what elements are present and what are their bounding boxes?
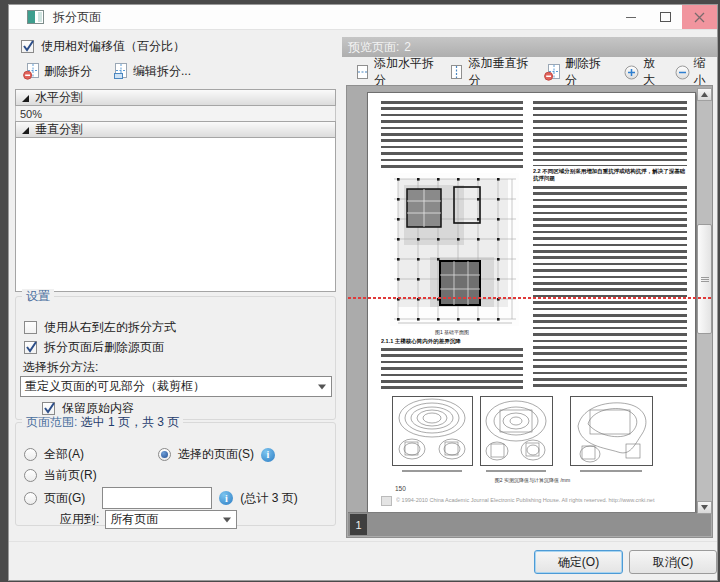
horizontal-split-item[interactable]: 50% bbox=[15, 106, 336, 122]
delete-source-row: 拆分页面后删除源页面 bbox=[24, 339, 164, 356]
info-icon[interactable]: i bbox=[261, 448, 275, 462]
relative-offset-checkbox[interactable] bbox=[21, 40, 34, 53]
preview-viewport[interactable]: 图1 基础平面图 2.1.1 主楼核心筒内外的差异沉降 2.2 不同区域分别采用… bbox=[346, 85, 713, 538]
contour-caption-text bbox=[580, 470, 642, 473]
split-pages-dialog: 拆分页面 使用相对偏移值（百分比） bbox=[8, 4, 718, 581]
arrow-up-icon bbox=[701, 92, 708, 97]
edit-split-button[interactable]: 编辑拆分... bbox=[106, 59, 197, 84]
relative-offset-row: 使用相对偏移值（百分比） bbox=[21, 38, 185, 55]
range-pages-row: 页面(G) i (总计 3 页) bbox=[24, 487, 298, 509]
preview-scrollbar[interactable] bbox=[697, 88, 712, 514]
cancel-button[interactable]: 取消(C) bbox=[629, 550, 717, 574]
preview-delete-split-label: 删除拆分 bbox=[565, 55, 607, 89]
pages-input[interactable] bbox=[102, 487, 212, 509]
zoom-in-icon bbox=[624, 65, 639, 80]
titlebar[interactable]: 拆分页面 bbox=[9, 5, 717, 30]
expander-triangle-icon bbox=[20, 93, 30, 103]
apply-to-label: 应用到: bbox=[60, 511, 99, 528]
scroll-down-button[interactable] bbox=[697, 501, 712, 514]
dialog-footer: 确定(O) 取消(C) bbox=[9, 541, 717, 582]
relative-offset-label: 使用相对偏移值（百分比） bbox=[41, 38, 185, 55]
section-heading: 2.2 不同区域分别采用增加自重抗浮或结构抗浮，解决了深基础抗浮问题 bbox=[533, 168, 687, 183]
horizontal-split-expander[interactable]: 水平分割 bbox=[15, 89, 336, 106]
paragraph-text bbox=[381, 101, 523, 171]
delete-split-label: 删除拆分 bbox=[44, 63, 92, 80]
maximize-icon bbox=[660, 12, 671, 22]
scrollbar-thumb[interactable] bbox=[697, 224, 712, 334]
window-controls bbox=[614, 5, 717, 29]
document-page: 图1 基础平面图 2.1.1 主楼核心筒内外的差异沉降 2.2 不同区域分别采用… bbox=[367, 92, 696, 514]
figure1-caption: 图1 基础平面图 bbox=[381, 329, 523, 335]
maximize-button[interactable] bbox=[648, 5, 682, 29]
close-button[interactable] bbox=[682, 5, 717, 29]
ok-button[interactable]: 确定(O) bbox=[534, 550, 623, 574]
split-list: 水平分割 50% 垂直分割 bbox=[15, 89, 336, 292]
range-current-label: 当前页(R) bbox=[44, 467, 97, 484]
chevron-down-icon bbox=[318, 384, 326, 389]
add-vertical-split-icon bbox=[449, 65, 464, 80]
subsection-heading: 2.1.1 主楼核心筒内外的差异沉降 bbox=[381, 338, 523, 345]
rtl-split-row: 使用从右到左的拆分方式 bbox=[24, 319, 176, 336]
page-thumbnail-badge[interactable]: 1 bbox=[350, 514, 367, 535]
check-icon bbox=[42, 401, 57, 416]
delete-split-icon bbox=[23, 63, 40, 80]
paragraph-text bbox=[381, 348, 523, 391]
close-icon bbox=[694, 12, 705, 23]
expander-triangle-icon bbox=[20, 125, 30, 135]
minimize-button[interactable] bbox=[614, 5, 648, 29]
check-icon bbox=[21, 39, 36, 54]
cnki-logo-icon bbox=[381, 496, 392, 506]
paragraph-text bbox=[533, 186, 687, 391]
horizontal-split-line[interactable] bbox=[348, 297, 712, 299]
vertical-split-expander[interactable]: 垂直分割 bbox=[15, 121, 336, 138]
rtl-split-label: 使用从右到左的拆分方式 bbox=[44, 319, 176, 336]
delete-split-button[interactable]: 删除拆分 bbox=[17, 59, 98, 84]
page-range-summary: 选中 1 页，共 3 页 bbox=[81, 415, 180, 429]
range-current-radio[interactable] bbox=[24, 469, 37, 482]
delete-split-icon bbox=[544, 64, 561, 81]
scrollbar-grip-icon bbox=[701, 277, 709, 282]
total-pages-label: (总计 3 页) bbox=[240, 490, 297, 507]
desktop-background: 拆分页面 使用相对偏移值（百分比） bbox=[0, 0, 720, 582]
keep-original-checkbox[interactable] bbox=[42, 402, 55, 415]
split-method-value: 重定义页面的可见部分（裁剪框） bbox=[25, 378, 205, 395]
info-icon[interactable]: i bbox=[219, 491, 233, 505]
minimize-icon bbox=[626, 17, 636, 18]
scroll-up-button[interactable] bbox=[697, 88, 712, 101]
apply-to-select[interactable]: 所有页面 bbox=[105, 510, 237, 529]
delete-source-label: 拆分页面后删除源页面 bbox=[44, 339, 164, 356]
range-all-radio[interactable] bbox=[24, 448, 37, 461]
floor-plan-figure bbox=[390, 173, 519, 326]
delete-source-checkbox[interactable] bbox=[24, 341, 37, 354]
contour-caption-text bbox=[402, 470, 462, 473]
settings-group-label: 设置 bbox=[22, 289, 54, 304]
preview-page-strip: 1 bbox=[348, 512, 711, 536]
vertical-split-empty-list[interactable] bbox=[15, 138, 336, 292]
paragraph-text bbox=[533, 101, 687, 166]
range-all-label: 全部(A) bbox=[44, 446, 84, 463]
range-selected-row: 选择的页面(S) i bbox=[158, 446, 275, 463]
range-selected-radio[interactable] bbox=[158, 448, 171, 461]
split-method-label: 选择拆分方法: bbox=[23, 359, 98, 376]
vertical-split-header-label: 垂直分割 bbox=[35, 121, 83, 138]
page-range-group-label: 页面范围: 选中 1 页，共 3 页 bbox=[22, 415, 183, 430]
range-pages-radio[interactable] bbox=[24, 492, 37, 505]
arrow-down-icon bbox=[701, 505, 708, 510]
split-method-select[interactable]: 重定义页面的可见部分（裁剪框） bbox=[20, 376, 332, 397]
preview-page-number: 2 bbox=[404, 40, 411, 54]
chevron-down-icon bbox=[223, 517, 231, 522]
dialog-title: 拆分页面 bbox=[53, 9, 101, 26]
zoom-out-label: 缩小 bbox=[694, 55, 714, 89]
rtl-split-checkbox[interactable] bbox=[24, 321, 37, 334]
split-page-app-icon bbox=[27, 10, 44, 24]
copyright-line: © 1994-2010 China Academic Journal Elect… bbox=[396, 497, 686, 504]
page-range-header: 页面范围: bbox=[26, 415, 77, 429]
range-current-row: 当前页(R) bbox=[24, 467, 97, 484]
range-pages-label: 页面(G) bbox=[44, 490, 85, 507]
range-selected-label: 选择的页面(S) bbox=[178, 446, 254, 463]
contour-figure bbox=[570, 396, 653, 466]
check-icon bbox=[24, 340, 39, 355]
preview-toolbar: 添加水平拆分 添加垂直拆分 删除拆分 放 bbox=[342, 59, 717, 85]
splits-section: 使用相对偏移值（百分比） 删除拆分 bbox=[15, 32, 336, 294]
contour-caption-text bbox=[486, 470, 546, 473]
